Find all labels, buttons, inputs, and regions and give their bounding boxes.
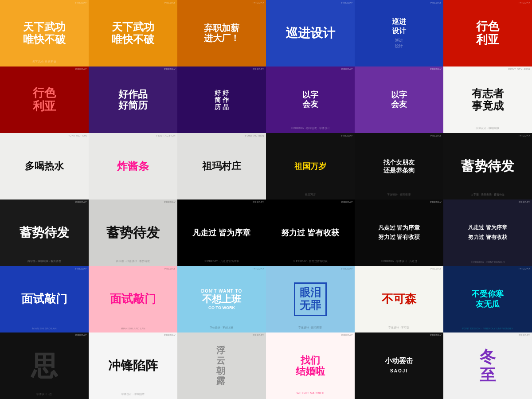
tile-21[interactable]: PREDAY 凡走过 皆为序章 © PREDAY · 凡走过皆为序章 [177,200,266,266]
tile-4[interactable]: PREDAY 巡进设计 [266,0,355,66]
tile-text-25: 面试敲门 [21,293,67,306]
tile-tag-12: FONT STYLEOH [509,68,531,70]
tile-content-16: 祖国万岁 [266,133,355,200]
tile-text-6: 行色利亚 [476,20,499,47]
tile-text-15: 祖玛村庄 [202,160,241,172]
tile-2[interactable]: PREDAY 天下武功唯快不破 [89,0,177,66]
tile-tag-17: PREDAY [430,134,442,137]
tile-29[interactable]: PREDAY 不可森 字体设计 · 不可森 [355,266,443,332]
tile-text-29: 不可森 [382,293,416,306]
tile-31[interactable]: PREDAY 思 字体设计 · 思 [0,332,89,399]
tile-text-13: 多喝热水 [25,160,64,172]
tile-7[interactable]: PREDAY 行色利亚 [0,66,89,133]
tile-text-en2-27: GO TO WORK [208,305,235,310]
tile-23[interactable]: PREDAY 凡走过 皆为序章努力过 皆有收获 © PREDAY · 字体设计 … [355,200,443,266]
tile-tag-22: PREDAY [341,201,353,203]
tile-24[interactable]: PREDAY 凡走过 皆为序章努力过 皆有收获 © PREDAY · FONT … [443,200,532,266]
tile-tag-10: PREDAY [341,68,353,70]
tile-text-22: 努力过 皆有收获 [281,228,339,238]
tile-5[interactable]: PREDAY 巡进设计 巡进设计 [355,0,443,66]
tile-credits-12: 字体设计 · 哦哦哦哦 [447,126,528,130]
tile-sub-19: 白宇墨 · 哦哦哦哦 · 蓄势待发 [0,259,89,263]
tile-text-4: 巡进设计 [286,26,335,40]
tile-sub-5: 巡进设计 [395,38,403,49]
tile-27[interactable]: PREDAY DON'T WANT TO 不想上班 GO TO WORK 字体设… [177,266,266,332]
tile-tag-21: PREDAY [253,201,264,203]
tile-tag-28: PREDAY [341,267,353,270]
tile-tag-15: FONT ACTION [245,134,264,137]
tile-text-5: 巡进设计 [392,17,406,36]
tile-text-9: 好 好简 作历 品 [215,89,229,110]
tile-tag-7: PREDAY [75,68,87,70]
tile-25[interactable]: PREDAY 面试敲门 MIAN SHI JIAO LAN [0,266,89,332]
tile-text-7: 行色利亚 [33,86,56,113]
tile-22[interactable]: PREDAY 努力过 皆有收获 © PREDAY · 努力过皆有收获 [266,200,355,266]
tile-sub-16: 祖国万岁 [266,193,355,197]
tile-8[interactable]: PREDAY 好作品好简历 [89,66,177,133]
tile-sub-32: 字体设计 · 冲锋陷阵 [89,392,177,396]
tile-sub-21: © PREDAY · 凡走过皆为序章 [177,259,266,263]
tile-19[interactable]: PREDAY 蓄势待发 白宇墨 · 哦哦哦哦 · 蓄势待发 [0,200,89,266]
tile-tag-13: FONT ACTION [67,134,87,137]
tile-sub-24: © PREDAY · FONT DESIGN [443,261,532,263]
tile-10[interactable]: PREDAY 以字会友 © PREDAY · 以字会友 · 字体设计 [266,66,355,133]
tile-text-en-27: DON'T WANT TO [201,289,242,293]
tile-tag-8: PREDAY [164,68,176,70]
tile-text-23: 凡走过 皆为序章努力过 皆有收获 [378,223,420,242]
tile-tag-3: PREDAY [253,1,264,4]
tile-sub-25: MIAN SHI JIAO LAN [0,327,89,330]
tile-6[interactable]: PREDAY 行色利亚 [443,0,532,66]
tile-11[interactable]: PREDAY 以字会友 [355,66,443,133]
tile-text-3: 弃职加薪进大厂！ [204,23,239,43]
tile-tag-34: PREDAY [341,334,353,336]
tile-36[interactable]: PREDAY 冬至 [443,332,532,399]
tile-text-12: 有志者事竟成 [472,87,504,112]
tile-tag-32: PREDAY [164,334,176,336]
tile-14[interactable]: FONT ACTION 炸酱条 [89,133,177,200]
tile-sub-22: © PREDAY · 努力过皆有收获 [266,259,355,263]
tile-tag-18: PREDAY [519,134,530,137]
tile-35[interactable]: PREDAY 小动罢击SAOJI [355,332,443,399]
tile-text-20: 蓄势待发 [106,225,160,241]
tile-text-24: 凡走过 皆为序章努力过 皆有收获 [468,223,507,242]
tile-28[interactable]: PREDAY 眼泪无罪 字体设计 · 眼泪无罪 [266,266,355,332]
tile-20[interactable]: PREDAY 蓄势待发 白宇墨 · 张张张张 · 蓄势待发 [89,200,177,266]
tile-3[interactable]: PREDAY 弃职加薪进大厂！ [177,0,266,66]
tile-content-27: DON'T WANT TO 不想上班 GO TO WORK [201,266,242,332]
tile-text-19: 蓄势待发 [20,226,69,240]
tile-tag-5: PREDAY [430,1,442,4]
tile-sub-18: 白宇墨 · 美美美美 · 蓄势待发 [443,193,532,197]
tile-15[interactable]: FONT ACTION 祖玛村庄 [177,133,266,200]
tile-tag-6: PREDAY [519,1,530,4]
tile-sub-1: 天下武功 唯快不破 [32,60,56,64]
tile-text-34: 找们结婚啦 [296,355,325,377]
tile-tag-30: PREDAY [519,267,530,270]
tile-9[interactable]: PREDAY 好 好简 作历 品 [177,66,266,133]
tile-tag-25: PREDAY [75,267,87,270]
tile-text-11: 以字会友 [391,90,407,109]
tile-17[interactable]: PREDAY 找个女朋友还是养条狗 字体设计 · 查理查理 [355,133,443,200]
tile-33[interactable]: PREDAY 浮云朝露 [177,332,266,399]
tile-16[interactable]: PREDAY 祖国万岁 祖国万岁 [266,133,355,200]
tile-sub-23: © PREDAY · 字体设计 · 凡走过 [355,259,443,263]
tile-text-10: 以字会友 [302,90,318,109]
tile-34[interactable]: PREDAY 找们结婚啦 WE GOT MARRIED [266,332,355,399]
tile-text-33: 浮云朝露 [216,345,227,386]
tile-26[interactable]: PREDAY 面试敲门 MIAN SHI JIAO LAN [89,266,177,332]
tile-sub-17: 字体设计 · 查理查理 [355,193,443,197]
tile-13[interactable]: FONT ACTION 多喝热水 [0,133,89,200]
tile-text-16: 祖国万岁 [294,161,326,172]
tile-tag-24: PREDAY [519,201,530,203]
tile-12[interactable]: FONT STYLEOH 有志者事竟成 字体设计 · 哦哦哦哦 [443,66,532,133]
tile-tag-2: PREDAY [164,1,176,4]
tile-tag-20: PREDAY [164,201,176,203]
tile-30[interactable]: PREDAY 不受你寒友无瓜 FONT DESIGN · FRIENDLY UN… [443,266,532,332]
tile-tag-19: PREDAY [75,201,87,203]
tile-1[interactable]: PREDAY 天下武功唯快不破 天下武功 唯快不破 [0,0,89,66]
tile-32[interactable]: PREDAY 冲锋陷阵 字体设计 · 冲锋陷阵 [89,332,177,399]
tile-sub-20: 白宇墨 · 张张张张 · 蓄势待发 [89,259,177,263]
tile-text-21: 凡走过 皆为序章 [192,228,250,238]
tile-text-1: 天下武功唯快不破 [23,21,66,45]
tile-18[interactable]: PREDAY 蓄势待发 白宇墨 · 美美美美 · 蓄势待发 [443,133,532,200]
tile-text-30: 不受你寒友无瓜 [472,289,504,310]
